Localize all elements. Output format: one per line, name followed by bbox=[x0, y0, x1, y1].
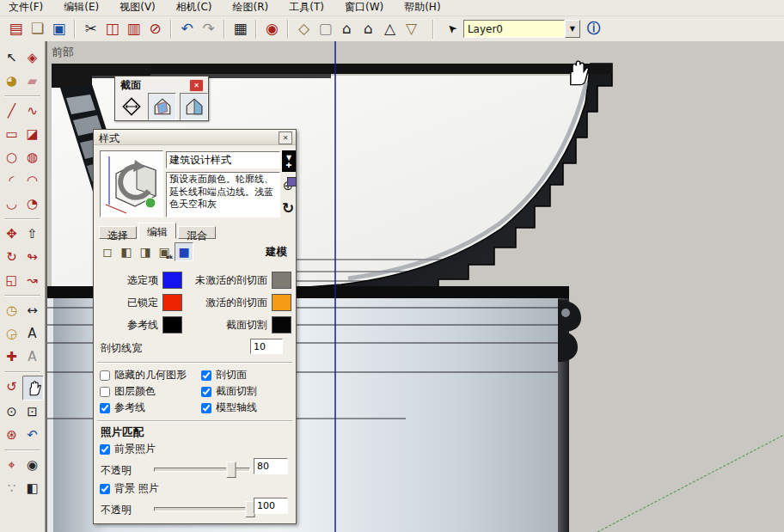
copy-icon[interactable]: ◫ bbox=[101, 19, 123, 40]
tab-select[interactable]: 选择 bbox=[99, 226, 137, 239]
look-around-tool[interactable]: ◉ bbox=[22, 454, 42, 477]
select-tool[interactable]: ↖ bbox=[2, 46, 21, 70]
section-line-width-input[interactable] bbox=[250, 339, 283, 354]
walk-tool[interactable]: ∵ bbox=[2, 477, 21, 500]
swatch-locked[interactable] bbox=[162, 294, 182, 311]
edge-settings-icon[interactable]: ◻ bbox=[99, 243, 116, 260]
section-plane-tool[interactable]: ◧ bbox=[22, 477, 42, 500]
line-tool[interactable]: ╱ bbox=[2, 100, 21, 123]
model-axes-checkbox[interactable] bbox=[201, 403, 211, 413]
display-section-planes-button[interactable] bbox=[148, 93, 176, 120]
background-settings-icon[interactable]: ◨ bbox=[137, 243, 154, 260]
entity-info-icon[interactable]: ⓘ bbox=[587, 20, 601, 38]
styles-dialog-close-button[interactable]: ✕ bbox=[279, 131, 292, 144]
swatch-selected[interactable] bbox=[162, 272, 182, 289]
tape-measure-tool[interactable]: ◷ bbox=[2, 299, 21, 322]
detail-menu-button[interactable]: ▼ ✚ bbox=[282, 150, 296, 172]
background-photo-checkbox[interactable] bbox=[100, 484, 110, 494]
style-name-input[interactable] bbox=[166, 151, 280, 168]
checkbox-foreground-photo[interactable]: 前景照片 bbox=[100, 442, 156, 456]
front-view-icon[interactable]: ⌂ bbox=[336, 19, 358, 40]
erase-icon[interactable]: ⊘ bbox=[144, 19, 166, 40]
circle-tool[interactable]: ○ bbox=[2, 146, 21, 169]
checkbox-hidden-geometry[interactable]: 隐藏的几何图形 bbox=[100, 368, 201, 382]
zoom-window-tool[interactable]: ⊡ bbox=[22, 401, 42, 424]
menu-edit[interactable]: 编辑(E) bbox=[55, 0, 111, 16]
print-icon[interactable]: ▦ bbox=[230, 19, 251, 40]
text-tool[interactable]: A bbox=[22, 322, 42, 345]
bg-opacity-slider[interactable] bbox=[154, 501, 250, 516]
menu-file[interactable]: 文件(F) bbox=[0, 0, 55, 16]
left-view-icon[interactable]: △ bbox=[379, 19, 401, 40]
push-pull-tool[interactable]: ⇧ bbox=[22, 223, 42, 246]
new-document-icon[interactable]: ▤ bbox=[5, 19, 27, 40]
back-view-icon[interactable]: ⌂ bbox=[358, 19, 379, 40]
zoom-extents-tool[interactable]: ⊛ bbox=[2, 424, 21, 447]
freehand-tool[interactable]: ∿ bbox=[22, 100, 42, 123]
menu-tools[interactable]: 工具(T) bbox=[280, 0, 336, 16]
cut-icon[interactable]: ✂ bbox=[80, 19, 101, 40]
undo-icon[interactable]: ↶ bbox=[176, 19, 198, 40]
menu-camera[interactable]: 相机(C) bbox=[168, 0, 224, 16]
polygon-tool[interactable]: ◍ bbox=[22, 146, 42, 169]
section-plane-button[interactable] bbox=[118, 94, 144, 119]
face-settings-icon[interactable]: ◧ bbox=[118, 243, 135, 260]
pan-tool[interactable] bbox=[22, 376, 44, 401]
arc-tool[interactable]: ◜ bbox=[2, 169, 21, 193]
iso-view-icon[interactable]: ◇ bbox=[293, 19, 315, 40]
xray-view-icon[interactable]: ▢ bbox=[315, 19, 336, 40]
section-planes-checkbox[interactable] bbox=[201, 370, 211, 381]
section-cuts-checkbox[interactable] bbox=[201, 387, 211, 397]
layer-field[interactable]: Layer0 bbox=[463, 20, 565, 38]
make-component-tool[interactable]: ◈ bbox=[22, 46, 42, 70]
move-tool[interactable]: ✥ bbox=[2, 223, 21, 246]
style-preview-thumbnail[interactable] bbox=[100, 150, 163, 217]
scale-tool[interactable]: ◱ bbox=[2, 269, 21, 292]
checkbox-model-axes[interactable]: 模型轴线 bbox=[201, 401, 294, 415]
styles-dialog-titlebar[interactable]: 样式 ✕ bbox=[94, 130, 296, 145]
paint-bucket-tool[interactable]: ◕ bbox=[2, 70, 21, 93]
checkbox-section-cuts[interactable]: 截面切割 bbox=[201, 384, 294, 399]
pie-tool[interactable]: ◔ bbox=[22, 193, 42, 216]
tab-mix[interactable]: 混合 bbox=[178, 226, 216, 239]
menu-draw[interactable]: 绘图(R) bbox=[224, 0, 281, 16]
dimensions-tool[interactable]: ↔ bbox=[22, 299, 42, 322]
layer-dropdown-button[interactable]: ▼ bbox=[565, 20, 580, 38]
rotate-tool[interactable]: ↻ bbox=[2, 246, 21, 269]
section-toolbar-close-button[interactable]: ✕ bbox=[189, 79, 204, 92]
color-by-layer-checkbox[interactable] bbox=[100, 387, 110, 397]
model-info-icon[interactable]: ◉ bbox=[261, 19, 283, 40]
redo-icon[interactable]: ↷ bbox=[198, 19, 219, 40]
update-style-button[interactable]: ↻ bbox=[279, 199, 297, 217]
foreground-photo-checkbox[interactable] bbox=[100, 444, 110, 455]
watermark-settings-icon[interactable]: ▣ ok bbox=[156, 243, 173, 260]
menu-view[interactable]: 视图(V) bbox=[111, 0, 168, 16]
guides-checkbox[interactable] bbox=[100, 403, 110, 413]
style-description[interactable]: 预设表面颜色。轮廓线、延长线和端点边线。浅蓝色天空和灰 bbox=[166, 172, 280, 217]
three-point-arc-tool[interactable]: ◡ bbox=[2, 193, 21, 216]
top-view-icon[interactable]: ▽ bbox=[401, 19, 422, 40]
checkbox-color-by-layer[interactable]: 图层颜色 bbox=[100, 384, 201, 399]
checkbox-guides[interactable]: 参考线 bbox=[100, 401, 201, 415]
swatch-guides[interactable] bbox=[162, 316, 182, 333]
modeling-settings-icon[interactable]: ■ bbox=[175, 242, 193, 261]
save-icon[interactable]: ▣ bbox=[48, 19, 70, 40]
rotated-rectangle-tool[interactable]: ◪ bbox=[22, 123, 42, 146]
eraser-tool[interactable]: ▰ bbox=[22, 70, 42, 93]
swatch-inactive-section[interactable] bbox=[272, 272, 291, 289]
swatch-section-cut[interactable] bbox=[272, 316, 291, 333]
tab-edit[interactable]: 编辑 bbox=[138, 223, 176, 239]
zoom-tool[interactable]: ⊙ bbox=[2, 401, 21, 424]
position-camera-tool[interactable]: ⌖ bbox=[2, 454, 21, 477]
previous-view-tool[interactable]: ↶ bbox=[22, 424, 42, 447]
open-icon[interactable]: ❏ bbox=[27, 19, 48, 40]
display-section-cuts-button[interactable] bbox=[180, 93, 208, 120]
create-style-button[interactable]: ⊕ bbox=[279, 176, 297, 195]
hidden-geometry-checkbox[interactable] bbox=[100, 370, 110, 381]
orbit-tool[interactable]: ↺ bbox=[2, 376, 21, 399]
axes-tool[interactable]: ✚ bbox=[2, 345, 21, 369]
protractor-tool[interactable]: ◶ bbox=[2, 322, 21, 345]
menu-help[interactable]: 帮助(H) bbox=[395, 0, 452, 16]
fg-opacity-thumb[interactable] bbox=[226, 462, 236, 478]
three-d-text-tool[interactable]: A bbox=[22, 345, 42, 369]
